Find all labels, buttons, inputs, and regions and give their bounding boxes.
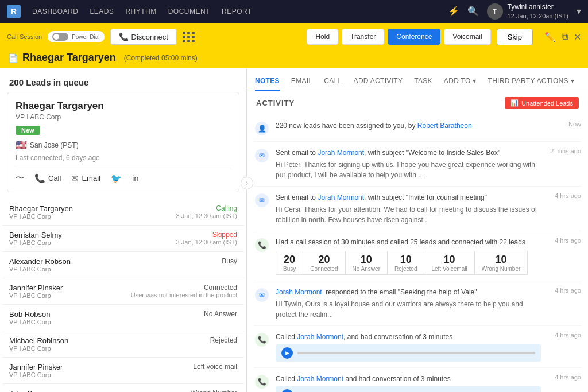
list-item[interactable]: John Boo VP I ABC Corp Wrong Number xyxy=(2,384,244,392)
phone-icon: 📞 xyxy=(255,375,269,389)
unattended-leads-button[interactable]: 📊 Unattended Leads xyxy=(505,97,579,109)
list-item[interactable]: Rhaegar Targaryen VP I ABC Corp Calling … xyxy=(2,199,244,226)
hold-button[interactable]: Hold xyxy=(307,29,338,45)
user-name: TywinLannister xyxy=(508,3,568,12)
call-session-bar: Call Session Power Dial 📞 Disconnect Hol… xyxy=(0,23,588,51)
search-icon[interactable]: 🔍 xyxy=(467,6,479,17)
lead-icon: 👤 xyxy=(255,122,269,135)
nav-document[interactable]: DOCUMENT xyxy=(168,7,210,15)
status-badge: New xyxy=(16,126,40,135)
call-actions: Hold Transfer Conference Voicemail xyxy=(307,29,490,45)
activity-button[interactable]: 〜 xyxy=(16,173,24,184)
list-item[interactable]: Alexander Robson VP I ABC Corp Busy xyxy=(2,252,244,278)
flag-icon: 🇺🇸 xyxy=(16,139,27,150)
nav-report[interactable]: REPORT xyxy=(222,7,252,15)
linkedin-button[interactable]: in xyxy=(132,173,139,183)
user-date: 12 Jan, 12:20am(IST) xyxy=(508,12,568,20)
nav-dashboard[interactable]: DASHBOARD xyxy=(32,7,79,15)
grid-icon[interactable] xyxy=(183,32,195,42)
phone-icon: 📞 xyxy=(255,333,269,347)
activity-item: 📞 Had a call session of 30 minutes and c… xyxy=(254,231,581,281)
tab-task[interactable]: TASK xyxy=(414,77,432,91)
twitter-button[interactable]: 🐦 xyxy=(111,173,122,184)
disconnect-button[interactable]: 📞 Disconnect xyxy=(110,29,177,45)
activity-time: 2 mins ago xyxy=(550,148,581,154)
toggle-switch[interactable] xyxy=(52,33,68,41)
activity-list: 👤 220 new leads have been assigned to yo… xyxy=(247,115,588,392)
activity-time: 4 hrs ago xyxy=(555,192,581,199)
edit-icon[interactable]: ✏️ xyxy=(544,32,556,42)
activity-item: 📞 Called Jorah Mormont and had conversat… xyxy=(254,368,581,392)
contact-actions: 〜 📞 Call ✉ Email 🐦 in xyxy=(16,168,231,184)
activity-item: ✉ Sent email to Jorah Mormont, with subj… xyxy=(254,142,581,187)
toolbar-icons: ✏️ ⧉ ✕ xyxy=(544,32,581,42)
tab-call[interactable]: CALL xyxy=(324,77,342,91)
right-panel: NOTESEMAILCALLADD ACTIVITYTASKADD TO ▾TH… xyxy=(247,68,588,392)
play-button[interactable]: ▶ xyxy=(281,347,293,359)
last-connected: Last connected, 6 days ago xyxy=(16,154,231,162)
call-session-label: Call Session xyxy=(7,33,42,40)
call-button[interactable]: 📞 Call xyxy=(34,173,61,184)
contact-location: 🇺🇸 San Jose (PST) xyxy=(16,139,231,150)
tab-email[interactable]: EMAIL xyxy=(291,77,313,91)
collapse-arrow[interactable]: › xyxy=(241,177,253,189)
stat-item: 10Wrong Number xyxy=(474,251,528,275)
email-icon: ✉ xyxy=(255,288,269,302)
twitter-icon: 🐦 xyxy=(111,173,122,184)
pulse-icon: 📊 xyxy=(510,99,519,107)
chevron-down-icon[interactable]: ▾ xyxy=(577,6,581,17)
nav-leads[interactable]: LEADS xyxy=(90,7,114,15)
phone-call-icon: 📞 xyxy=(34,173,45,184)
tab-add-to-▾[interactable]: ADD TO ▾ xyxy=(444,77,477,91)
main-layout: 200 Leads in queue Rhaegar Targaryen VP … xyxy=(0,68,588,392)
activity-time: Now xyxy=(568,121,581,127)
user-info[interactable]: T TywinLannister 12 Jan, 12:20am(IST) xyxy=(487,3,568,20)
close-icon[interactable]: ✕ xyxy=(574,32,581,42)
play-button[interactable]: ▶ xyxy=(281,389,293,392)
activity-item: ✉ Jorah Mormont, responded to the email … xyxy=(254,281,581,326)
contact-card: Rhaegar Targaryen VP I ABC Corp New 🇺🇸 S… xyxy=(7,92,239,192)
contact-header-name: Rhaegar Targaryen xyxy=(22,52,116,64)
document-icon: 📄 xyxy=(8,53,18,63)
activity-item: ✉ Sent email to Jorah Mormont, with subj… xyxy=(254,187,581,231)
tab-third-party-actions-▾[interactable]: THIRD PARTY ACTIONS ▾ xyxy=(488,77,574,91)
stat-item: 10Left Voicemail xyxy=(424,251,474,275)
activity-time: 4 hrs ago xyxy=(555,332,581,339)
tab-add-activity[interactable]: ADD ACTIVITY xyxy=(354,77,403,91)
activity-time: 4 hrs ago xyxy=(555,374,581,381)
email-icon: ✉ xyxy=(255,193,269,207)
list-item[interactable]: Michael Robinson VP I ABC Corp Rejected xyxy=(2,331,244,358)
activity-item: 👤 220 new leads have been assigned to yo… xyxy=(254,115,581,142)
copy-icon[interactable]: ⧉ xyxy=(562,32,568,42)
email-button[interactable]: ✉ Email xyxy=(71,173,100,184)
stat-item: 20Connected xyxy=(303,251,345,275)
nav-icons: ⚡ 🔍 T TywinLannister 12 Jan, 12:20am(IST… xyxy=(448,3,581,20)
list-item[interactable]: Bob Robson VP I ABC Corp No Answer xyxy=(2,305,244,331)
list-item[interactable]: Jannifer Pinsker VP I ABC Corp Connected… xyxy=(2,278,244,305)
conference-button[interactable]: Conference xyxy=(388,29,440,45)
location-text: San Jose (PST) xyxy=(30,141,79,149)
linkedin-icon: in xyxy=(132,173,139,183)
contact-completed-text: (Completed 05:00 mins) xyxy=(124,54,198,62)
left-panel: 200 Leads in queue Rhaegar Targaryen VP … xyxy=(0,68,247,392)
power-dial-label: Power Dial xyxy=(72,34,99,40)
email-icon: ✉ xyxy=(255,149,269,162)
list-item[interactable]: Berristan Selmy VP I ABC Corp Skipped 3 … xyxy=(2,226,244,252)
list-item[interactable]: Jannifer Pinsker VP I ABC Corp Left voic… xyxy=(2,358,244,384)
stat-item: 10Rejected xyxy=(387,251,424,275)
power-dial-toggle[interactable]: Power Dial xyxy=(48,31,104,42)
lightning-icon[interactable]: ⚡ xyxy=(448,6,459,17)
skip-button[interactable]: Skip xyxy=(497,29,533,45)
voicemail-button[interactable]: Voicemail xyxy=(444,29,490,45)
transfer-button[interactable]: Transfer xyxy=(342,29,384,45)
nav-rhythm[interactable]: RHYTHM xyxy=(125,7,156,15)
activity-time: 4 hrs ago xyxy=(555,237,581,244)
activity-icon: 〜 xyxy=(16,173,24,184)
leads-list: Rhaegar Targaryen VP I ABC Corp Calling … xyxy=(0,199,246,392)
avatar: T xyxy=(487,3,503,20)
tab-notes[interactable]: NOTES xyxy=(255,77,280,91)
leads-count: 200 Leads in queue xyxy=(0,68,246,92)
audio-player: ▶ xyxy=(276,386,541,392)
contact-header: 📄 Rhaegar Targaryen (Completed 05:00 min… xyxy=(0,51,588,68)
activity-header: ACTIVITY 📊 Unattended Leads xyxy=(247,91,588,115)
